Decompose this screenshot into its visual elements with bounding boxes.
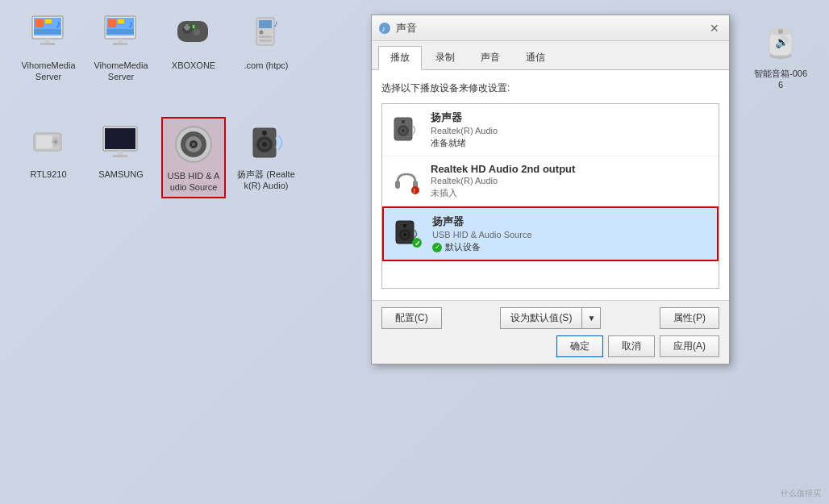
footer-bottom-buttons: 确定 取消 应用(A) [381,335,719,357]
svg-rect-14 [113,43,127,45]
dialog-close-button[interactable]: ✕ [706,20,723,36]
svg-rect-38 [118,151,123,155]
device-status-realtek-speaker: 准备就绪 [431,137,710,149]
desktop: ♪ VihomeMediaServer ♪ VihomeMediaServ [0,0,829,504]
device-status-realtek-hd: 未插入 [431,187,710,199]
tab-sound[interactable]: 声音 [469,46,512,69]
desktop-icon-label-realtek-speaker: 扬声器 (Realtek(R) Audio) [237,169,295,192]
watermark: 什么值得买 [781,488,821,499]
device-item-usb-hid[interactable]: ✓ 扬声器 USB HID & Audio Source ✓ 默认设备 [382,206,719,261]
svg-point-22 [185,27,189,31]
cancel-button[interactable]: 取消 [608,335,655,357]
svg-text:♪: ♪ [56,19,60,30]
desktop-icon-label-vihome2: VihomeMediaServer [92,60,150,83]
svg-rect-62 [395,181,400,189]
dialog-titlebar: ♪ 声音 ✕ [372,15,729,41]
svg-rect-3 [45,19,52,23]
device-subname-realtek-hd: Realtek(R) Audio [431,176,710,185]
desktop-icon-label-usb-hid: USB HID & Audio Source [166,170,221,194]
svg-rect-32 [36,135,52,148]
sound-icon: ♪ [378,22,391,35]
svg-text:♪: ♪ [128,19,133,30]
default-status-dot: ✓ [432,243,442,252]
svg-rect-26 [259,20,272,28]
device-subname-realtek-speaker: Realtek(R) Audio [431,126,710,135]
svg-text:!: ! [414,188,415,194]
desktop-icon-label-xboxone: XBOXONE [172,60,215,71]
svg-rect-5 [45,39,50,43]
desktop-icon-realtek-speaker[interactable]: 扬声器 (Realtek(R) Audio) [234,117,298,198]
desktop-icon-vihome1[interactable]: ♪ VihomeMediaServer [16,8,81,86]
desktop-icon-htpc[interactable]: ♪ .com (htpc) [234,8,298,86]
device-name-usb-hid: 扬声器 [432,215,709,229]
tab-comm[interactable]: 通信 [514,46,557,69]
svg-point-70 [403,224,406,227]
device-info-realtek-hd: Realtek HD Audio 2nd output Realtek(R) A… [431,163,710,199]
svg-rect-6 [40,43,55,45]
ok-button[interactable]: 确定 [556,335,603,357]
device-name-realtek-speaker: 扬声器 [431,110,710,125]
dialog-footer: 配置(C) 设为默认值(S) ▼ 属性(P) 确定 取消 应用(A) [372,300,729,364]
desktop-icon-label-rtl9210: RTL9210 [30,169,66,180]
desktop-icon-label-htpc: .com (htpc) [244,60,288,71]
device-icon-usb-hid: ✓ [392,218,424,250]
desktop-icon-smart-speaker[interactable]: 🔊 智能音箱-0066 [748,16,813,94]
svg-point-34 [54,140,57,144]
set-default-dropdown[interactable]: ▼ [581,307,601,329]
svg-point-61 [402,120,405,123]
svg-point-69 [403,233,406,236]
device-status-usb-hid: ✓ 默认设备 [432,241,709,253]
svg-point-60 [402,129,405,132]
svg-rect-29 [259,40,272,42]
svg-rect-13 [118,39,123,43]
svg-point-49 [262,131,267,135]
tab-record[interactable]: 录制 [423,46,467,69]
desktop-icon-label-smart-speaker: 智能音箱-0066 [752,68,810,91]
set-default-button[interactable]: 设为默认值(S) [500,307,581,329]
device-icon-realtek-hd: ! [390,165,423,198]
svg-point-21 [185,24,189,27]
configure-button[interactable]: 配置(C) [381,307,442,329]
svg-text:♪: ♪ [381,24,385,33]
footer-top-buttons: 配置(C) 设为默认值(S) ▼ 属性(P) [381,307,719,329]
desktop-icon-rtl9210[interactable]: RTL9210 [16,117,81,198]
dialog-body: 选择以下播放设备来修改设置: [372,70,729,300]
sound-dialog: ♪ 声音 ✕ 播放 录制 声音 通信 选择以下播放设备来修改设置: [371,15,730,364]
desktop-icon-xboxone[interactable]: X XBOXONE [161,8,226,86]
desktop-icon-samsung[interactable]: SAMSUNG [89,117,153,198]
svg-text:♪: ♪ [273,18,278,29]
dialog-title: ♪ 声音 [378,21,417,35]
svg-point-53 [778,29,783,34]
device-item-realtek-hd[interactable]: ! Realtek HD Audio 2nd output Realtek(R)… [382,156,719,206]
device-item-realtek-speaker[interactable]: 扬声器 Realtek(R) Audio 准备就绪 [382,104,719,156]
desktop-icon-usb-hid[interactable]: USB HID & Audio Source [161,117,226,198]
device-info-realtek-speaker: 扬声器 Realtek(R) Audio 准备就绪 [431,110,710,149]
svg-rect-10 [108,19,116,27]
svg-rect-2 [35,19,44,27]
device-name-realtek-hd: Realtek HD Audio 2nd output [431,163,710,175]
svg-text:🔊: 🔊 [775,35,789,49]
svg-text:✓: ✓ [414,240,421,248]
device-list[interactable]: 扬声器 Realtek(R) Audio 准备就绪 [381,103,719,289]
svg-point-64 [411,186,419,194]
device-icon-realtek-speaker [390,114,423,146]
dialog-title-text: 声音 [396,21,417,35]
dialog-instruction: 选择以下播放设备来修改设置: [381,81,719,95]
svg-point-48 [262,142,267,147]
device-subname-usb-hid: USB HID & Audio Source [432,230,709,240]
apply-button[interactable]: 应用(A) [660,335,719,357]
desktop-icon-label-vihome1: VihomeMediaServer [19,60,77,83]
desktop-icon-vihome2[interactable]: ♪ VihomeMediaServer [89,8,153,86]
device-info-usb-hid: 扬声器 USB HID & Audio Source ✓ 默认设备 [432,215,709,253]
properties-button[interactable]: 属性(P) [660,307,719,329]
set-default-group: 设为默认值(S) ▼ [500,307,601,329]
svg-rect-11 [118,19,124,23]
svg-point-27 [260,31,264,35]
tab-playback[interactable]: 播放 [378,46,422,70]
svg-point-18 [194,29,200,35]
desktop-icon-label-samsung: SAMSUNG [98,169,144,180]
svg-rect-39 [113,155,127,157]
svg-point-44 [192,143,195,146]
svg-rect-28 [259,35,272,38]
dialog-tabs: 播放 录制 声音 通信 [372,41,729,70]
